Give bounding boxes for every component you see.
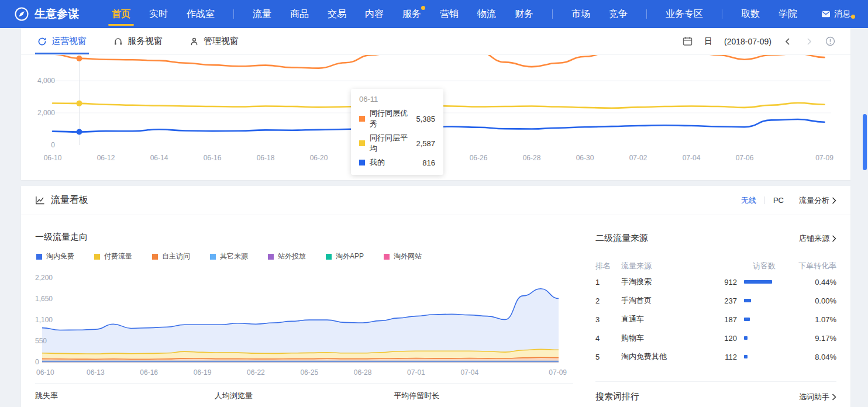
message-badge-dot: [851, 15, 855, 19]
series-value: 816: [422, 158, 435, 167]
legend-item-淘外网站[interactable]: 淘外网站: [384, 251, 422, 261]
nav-item-财务[interactable]: 财务: [515, 0, 533, 28]
date-granularity[interactable]: 日: [704, 36, 712, 47]
nav-item-实时[interactable]: 实时: [149, 0, 168, 28]
legend-swatch: [152, 254, 158, 260]
source-bar: [737, 280, 776, 284]
source-visitors: 912: [696, 278, 737, 287]
x-tick-label: 06-10: [36, 368, 54, 377]
nav-item-业务专区[interactable]: 业务专区: [666, 0, 703, 28]
nav-item-内容[interactable]: 内容: [365, 0, 384, 28]
series-value: 2,587: [416, 139, 435, 148]
tab-operation-view[interactable]: 运营视窗: [37, 28, 87, 54]
chevron-right-icon: [832, 394, 836, 401]
benchmark-panel: 运营视窗 服务视窗 管理视窗: [21, 28, 850, 180]
info-button[interactable]: [825, 36, 835, 46]
legend-item-淘内免费[interactable]: 淘内免费: [36, 251, 74, 261]
x-tick-label: 06-14: [150, 154, 168, 162]
nav-item-首页[interactable]: 首页: [112, 0, 130, 28]
legend-swatch: [36, 254, 42, 260]
legend-item-其它来源[interactable]: 其它来源: [210, 251, 248, 261]
legend-item-付费流量[interactable]: 付费流量: [94, 251, 132, 261]
x-tick-label: 07-02: [629, 154, 647, 162]
terminal-tab-wireless[interactable]: 无线: [741, 195, 756, 206]
source-bar: [737, 336, 776, 340]
nav-item-商品[interactable]: 商品: [290, 0, 309, 28]
x-tick-label: 06-10: [44, 154, 62, 162]
nav-divider: [552, 9, 553, 19]
col-conversion: 下单转化率: [776, 261, 836, 271]
nav-item-市场[interactable]: 市场: [571, 0, 590, 28]
calendar-icon[interactable]: [683, 36, 693, 46]
x-tick-label: 06-16: [204, 154, 222, 162]
source-conversion-rate: 0.00%: [776, 296, 836, 305]
source-visitors: 237: [696, 296, 737, 305]
source-row-淘内免费其他[interactable]: 5淘内免费其他1128.04%: [595, 347, 836, 366]
x-tick-label: 06-26: [470, 154, 488, 162]
y-tick-label: 1,100: [35, 316, 53, 324]
nav-item-交易[interactable]: 交易: [328, 0, 346, 28]
nav-item-messages[interactable]: 消息: [821, 9, 850, 19]
source-row-购物车[interactable]: 4购物车1209.17%: [595, 329, 836, 347]
x-tick-label: 06-30: [576, 154, 594, 162]
nav-item-label: 业务专区: [666, 8, 703, 20]
x-tick-label: 07-09: [815, 154, 833, 162]
legend-item-淘外APP[interactable]: 淘外APP: [326, 251, 364, 261]
nav-item-学院[interactable]: 学院: [779, 0, 797, 28]
envelope-icon: [821, 9, 831, 19]
legend-swatch: [326, 254, 332, 260]
shop-source-label: 店铺来源: [799, 233, 829, 244]
x-tick-label: 06-18: [257, 154, 275, 162]
terminal-tab-pc[interactable]: PC: [773, 196, 784, 205]
nav-item-流量[interactable]: 流量: [253, 0, 271, 28]
tab-label: 运营视窗: [51, 36, 87, 47]
nav-item-取数[interactable]: 取数: [741, 0, 760, 28]
view-tabbar: 运营视窗 服务视窗 管理视窗: [21, 28, 850, 55]
nav-item-竞争[interactable]: 竞争: [609, 0, 628, 28]
nav-item-label: 商品: [290, 8, 309, 20]
tab-service-view[interactable]: 服务视窗: [113, 28, 163, 54]
nav-item-服务[interactable]: 服务: [402, 0, 421, 28]
next-date-button[interactable]: [804, 37, 814, 46]
nav-item-label: 流量: [253, 8, 271, 20]
traffic-analysis-link[interactable]: 流量分析: [799, 195, 836, 206]
x-tick-label: 06-28: [523, 154, 541, 162]
source-conversion-rate: 9.17%: [776, 334, 836, 343]
nav-item-物流[interactable]: 物流: [477, 0, 496, 28]
x-tick-label: 07-01: [407, 368, 425, 377]
source-name: 直通车: [621, 314, 696, 325]
nav-item-作战室[interactable]: 作战室: [187, 0, 215, 28]
x-tick-label: 06-12: [97, 154, 115, 162]
legend-item-自主访问[interactable]: 自主访问: [152, 251, 190, 261]
current-date: (2018-07-09): [724, 37, 771, 46]
shop-source-link[interactable]: 店铺来源: [799, 233, 836, 244]
secondary-source-title: 二级流量来源: [595, 233, 648, 244]
series-line-0: [53, 55, 825, 68]
x-tick-label: 07-04: [683, 154, 701, 162]
word-assistant-link[interactable]: 选词助手: [799, 392, 836, 402]
source-row-手淘首页[interactable]: 2手淘首页2370.00%: [595, 291, 836, 310]
app-logo[interactable]: 生意参谋: [14, 6, 79, 22]
prev-date-button[interactable]: [783, 37, 793, 46]
tab-management-view[interactable]: 管理视窗: [190, 28, 239, 54]
notification-dot: [421, 6, 425, 10]
trend-area-chart-svg[interactable]: 05501,1001,6502,20006-1006-1306-1606-190…: [35, 266, 569, 383]
y-tick-label: 1,650: [35, 295, 53, 303]
source-name: 购物车: [621, 333, 696, 343]
traffic-board-header: 流量看板 无线 PC 流量分析: [21, 186, 850, 215]
page-scrollbar-thumb[interactable]: [863, 114, 867, 170]
source-rank: 3: [595, 315, 621, 324]
app-title: 生意参谋: [35, 6, 79, 22]
traffic-analysis-label: 流量分析: [799, 195, 829, 206]
source-visitors: 120: [696, 334, 737, 343]
chart-tooltip: 06-11 同行同层优秀 5,385 同行同层平均 2,587 我的 816: [351, 89, 443, 175]
nav-item-营销[interactable]: 营销: [440, 0, 459, 28]
benchmark-chart: 02,0004,00006-1006-1206-1406-1606-1806-2…: [21, 55, 850, 180]
source-row-直通车[interactable]: 3直通车1871.07%: [595, 310, 836, 329]
source-row-手淘搜索[interactable]: 1手淘搜索9120.44%: [595, 273, 836, 291]
legend-swatch: [94, 254, 100, 260]
legend-item-站外投放[interactable]: 站外投放: [268, 251, 306, 261]
date-controls: 日 (2018-07-09): [683, 28, 835, 54]
tooltip-date: 06-11: [359, 95, 435, 104]
nav-item-label: 取数: [741, 8, 760, 20]
